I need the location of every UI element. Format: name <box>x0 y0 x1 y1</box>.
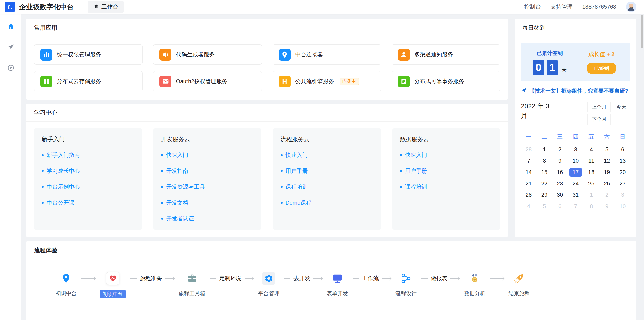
calendar-day-number: 10 <box>620 203 626 210</box>
learning-link[interactable]: 用户手册 <box>400 167 493 175</box>
calendar-day[interactable]: 13 <box>615 155 630 166</box>
calendar-day[interactable]: 1 <box>536 144 552 155</box>
learning-link[interactable]: Demo课程 <box>281 199 373 207</box>
calendar-day[interactable]: 21 <box>521 178 536 189</box>
calendar-day[interactable]: 23 <box>552 178 568 189</box>
calendar-day[interactable]: 15 <box>536 166 552 178</box>
calendar-day-number: 8 <box>590 203 593 210</box>
sidebar-item-compass[interactable] <box>0 60 21 77</box>
calendar-day-number: 23 <box>557 180 563 187</box>
send-icon <box>7 43 15 52</box>
announcement[interactable]: 【技术一文】框架组件，究竟要不要自研? <box>521 87 630 94</box>
calendar-day[interactable]: 7 <box>568 201 583 212</box>
calendar-day[interactable]: 6 <box>615 144 630 155</box>
learning-link[interactable]: 课程培训 <box>281 183 373 191</box>
app-title: 企业级数字化中台 <box>19 2 74 11</box>
calendar-day[interactable]: 1 <box>583 189 599 201</box>
calendar-day[interactable]: 4 <box>583 144 599 155</box>
journey-step[interactable]: 流程设计 <box>395 272 417 297</box>
journey-step[interactable]: 旅程工具箱 <box>179 272 205 297</box>
calendar-day[interactable]: 22 <box>536 178 552 189</box>
app-card[interactable]: 分布式云存储服务 <box>34 71 143 91</box>
calendar-header: 2022 年 3 月 上个月 今天 下个月 <box>521 102 630 125</box>
calendar-day[interactable]: 24 <box>568 178 583 189</box>
next-month-button[interactable]: 下个月 <box>587 114 611 125</box>
calendar-day[interactable]: 3 <box>615 189 630 201</box>
app-card[interactable]: 中台连接器 <box>273 44 381 65</box>
learning-link[interactable]: 快速入门 <box>161 151 254 159</box>
nav-support[interactable]: 支持管理 <box>550 3 573 11</box>
calendar-day[interactable]: 2 <box>599 189 615 201</box>
app-card[interactable]: 分布式可靠事务服务 <box>392 71 500 91</box>
sidebar-item-home[interactable] <box>0 18 21 36</box>
calendar-day[interactable]: 3 <box>568 144 583 155</box>
calendar-day[interactable]: 20 <box>615 166 630 178</box>
user-avatar[interactable] <box>626 2 636 12</box>
learning-link[interactable]: 用户手册 <box>281 167 373 175</box>
journey-step[interactable]: 结束旅程 <box>508 272 530 297</box>
mail-icon <box>159 76 171 87</box>
calendar-day-number: 7 <box>574 203 577 210</box>
calendar-day[interactable]: 5 <box>536 201 552 212</box>
learning-link[interactable]: 新手入门指南 <box>42 151 134 159</box>
app-card[interactable]: 代码生成器服务 <box>153 44 262 65</box>
calendar-day[interactable]: 31 <box>568 189 583 201</box>
calendar-day[interactable]: 30 <box>552 189 568 201</box>
app-name: 中台连接器 <box>295 51 323 58</box>
today-button[interactable]: 今天 <box>612 102 630 112</box>
calendar-day[interactable]: 29 <box>536 189 552 201</box>
journey-step[interactable]: 平台管理 <box>258 272 279 297</box>
journey-step-label: 表单开发 <box>327 290 348 297</box>
learning-link[interactable]: 学习成长中心 <box>42 167 134 175</box>
calendar-day[interactable]: 16 <box>552 166 568 178</box>
calendar-day[interactable]: 28 <box>521 144 536 155</box>
learning-link[interactable]: 快速入门 <box>281 151 373 159</box>
app-card[interactable]: 多渠道通知服务 <box>392 44 500 65</box>
learning-link[interactable]: 快速入门 <box>400 151 493 159</box>
calendar-day[interactable]: 27 <box>615 178 630 189</box>
scrollbar[interactable] <box>641 15 643 48</box>
signed-in-button[interactable]: 已签到 <box>587 63 616 74</box>
journey-step[interactable]: 初识中台 <box>100 272 126 298</box>
calendar-day[interactable]: 11 <box>583 155 599 166</box>
calendar-day[interactable]: 5 <box>599 144 615 155</box>
calendar-day[interactable]: 6 <box>552 201 568 212</box>
calendar-day[interactable]: 8 <box>536 155 552 166</box>
calendar-day[interactable]: 26 <box>599 178 615 189</box>
learning-link[interactable]: 开发指南 <box>161 167 254 175</box>
calendar-day[interactable]: 17 <box>568 166 583 178</box>
app-logo[interactable]: C <box>5 2 15 12</box>
calendar-day[interactable]: 8 <box>583 201 599 212</box>
calendar-day[interactable]: 10 <box>568 155 583 166</box>
tab-workbench[interactable]: 工作台 <box>88 1 124 13</box>
learning-link[interactable]: 中台示例中心 <box>42 183 134 191</box>
learning-link[interactable]: 开发者认证 <box>161 215 254 223</box>
learning-link[interactable]: 开发文档 <box>161 199 254 207</box>
calendar-day[interactable]: 2 <box>552 144 568 155</box>
calendar-day[interactable]: 4 <box>521 201 536 212</box>
calendar-day[interactable]: 10 <box>615 201 630 212</box>
learning-link[interactable]: 课程培训 <box>400 183 493 191</box>
app-card[interactable]: 统一权限管理服务 <box>34 44 143 65</box>
calendar-day[interactable]: 25 <box>583 178 599 189</box>
calendar-day[interactable]: 18 <box>583 166 599 178</box>
journey-step[interactable]: 数据分析 <box>464 272 485 297</box>
app-card[interactable]: Oauth2授权管理服务 <box>153 71 262 91</box>
learning-link[interactable]: 开发资源与工具 <box>161 183 254 191</box>
journey-step[interactable]: 初识中台 <box>56 272 77 297</box>
calendar-day[interactable]: 12 <box>599 155 615 166</box>
calendar-day[interactable]: 28 <box>521 189 536 201</box>
paper-plane-icon <box>521 87 527 94</box>
calendar-day[interactable]: 9 <box>552 155 568 166</box>
app-card[interactable]: H公共流引擎服务内测中 <box>273 71 381 91</box>
nav-console[interactable]: 控制台 <box>524 3 541 11</box>
calendar-day[interactable]: 19 <box>599 166 615 178</box>
calendar-day[interactable]: 7 <box>521 155 536 166</box>
learning-link[interactable]: 中台公开课 <box>42 199 134 207</box>
calendar-day[interactable]: 14 <box>521 166 536 178</box>
learning-column: 数据服务云快速入门用户手册课程培训 <box>392 128 500 230</box>
sidebar-item-send[interactable] <box>0 39 21 57</box>
journey-step[interactable]: 表单开发 <box>327 272 348 297</box>
calendar-day[interactable]: 9 <box>599 201 615 212</box>
prev-month-button[interactable]: 上个月 <box>587 102 611 112</box>
